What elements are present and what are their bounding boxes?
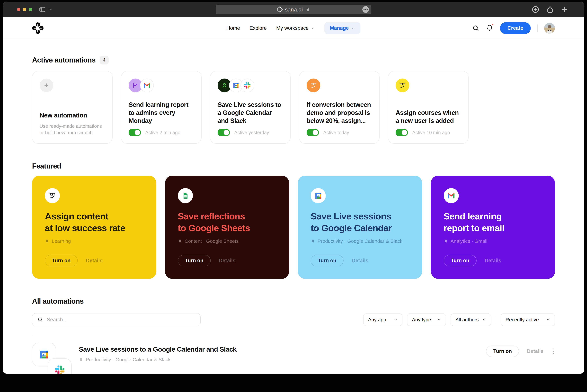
- card-title: Save Live sessions to a Google Calendar …: [218, 100, 283, 125]
- details-button[interactable]: Details: [527, 348, 544, 354]
- card-title: Assign courses when a new user is added: [396, 109, 461, 125]
- browser-window: #sana-clover .ticks{stroke:#4A4A4A} sana…: [2, 2, 584, 374]
- status-label: Active 2 min ago: [145, 130, 180, 135]
- list-item[interactable]: Save Live sessions to a Google Calendar …: [32, 341, 555, 374]
- site-header: Home Explore My workspace Manage: [2, 17, 584, 39]
- status-label: Active today: [323, 130, 349, 135]
- minimize-window-button[interactable]: [23, 8, 26, 11]
- chevron-down-icon: [351, 26, 355, 30]
- gmail-icon: [444, 188, 459, 203]
- featured-card-tag: Analytics · Gmail: [444, 238, 542, 244]
- chevron-down-icon: [394, 318, 398, 322]
- slack-icon: [48, 358, 72, 374]
- toolbar: Any app Any type All authors Recently ac…: [32, 313, 555, 326]
- sort-recently-active[interactable]: Recently active: [500, 314, 555, 326]
- turn-on-button[interactable]: Turn on: [486, 346, 519, 357]
- list-item-tag: Productivity · Google Calendar & Slack: [79, 357, 236, 362]
- featured-card-tag: Content · Google Sheets: [178, 238, 276, 244]
- active-toggle[interactable]: [306, 129, 319, 136]
- featured-card-title: Save reflections to Google Sheets: [178, 210, 276, 234]
- automation-card[interactable]: Assign courses when a new user is added …: [388, 71, 468, 144]
- google-calendar-icon: [311, 188, 326, 203]
- nav-explore[interactable]: Explore: [250, 25, 267, 31]
- search-icon[interactable]: [472, 24, 479, 32]
- share-icon[interactable]: [546, 6, 554, 14]
- site-favicon: #sana-clover .ticks{stroke:#4A4A4A}: [277, 6, 282, 12]
- featured-card-tag: Learning: [45, 238, 144, 244]
- app-tiles: [32, 341, 73, 374]
- notifications-button[interactable]: [486, 24, 494, 32]
- active-toggle[interactable]: [396, 129, 408, 136]
- bookmark-icon: [178, 239, 182, 243]
- browser-chrome: #sana-clover .ticks{stroke:#4A4A4A} sana…: [2, 2, 584, 17]
- url-text: sana.ai: [285, 6, 303, 13]
- search-input[interactable]: [47, 317, 195, 323]
- details-button[interactable]: Details: [352, 258, 368, 264]
- featured-card-assign-content[interactable]: Assign content at low success rate Learn…: [32, 176, 156, 279]
- new-automation-card[interactable]: New automation Use ready-made automation…: [32, 71, 112, 144]
- featured-card-save-live-sessions[interactable]: Save Live sessions to Google Calendar Pr…: [298, 176, 422, 279]
- lock-icon: [305, 7, 310, 12]
- automation-card[interactable]: Save Live sessions to a Google Calendar …: [210, 71, 290, 144]
- divider: [496, 316, 496, 324]
- active-count-badge: 4: [100, 56, 109, 64]
- notification-dot: [492, 24, 494, 26]
- bookmark-icon: [311, 239, 315, 243]
- google-sheets-icon: [178, 188, 193, 203]
- main-nav: Home Explore My workspace Manage: [226, 22, 360, 34]
- search-box[interactable]: [32, 313, 200, 326]
- featured-card-save-reflections[interactable]: Save reflections to Google Sheets Conten…: [165, 176, 289, 279]
- chevron-down-icon: [482, 318, 486, 322]
- search-icon: [37, 317, 43, 323]
- address-bar[interactable]: #sana-clover .ticks{stroke:#4A4A4A} sana…: [216, 4, 371, 14]
- sana-logo[interactable]: [32, 22, 44, 34]
- chevron-down-icon: [546, 318, 550, 322]
- zoom-window-button[interactable]: [29, 8, 32, 11]
- filter-all-authors[interactable]: All authors: [450, 314, 491, 326]
- sidebar-toggle-icon[interactable]: [38, 6, 46, 13]
- bookmark-icon: [444, 239, 448, 243]
- nav-home[interactable]: Home: [226, 25, 240, 31]
- slack-icon: [240, 78, 254, 92]
- nav-manage[interactable]: Manage: [324, 22, 360, 34]
- card-description: Use ready-made automations or build new …: [40, 123, 105, 136]
- page-settings-button[interactable]: [362, 6, 369, 13]
- active-toggle[interactable]: [128, 129, 141, 136]
- featured-card-title: Assign content at low success rate: [45, 210, 144, 234]
- active-toggle[interactable]: [218, 129, 230, 136]
- sidebar-chevron-icon[interactable]: [48, 7, 53, 12]
- downloads-icon[interactable]: [532, 6, 539, 13]
- bookmark-icon: [45, 239, 49, 243]
- assign-presenter-icon: [306, 78, 320, 92]
- list-item-title: Save Live sessions to a Google Calendar …: [79, 346, 236, 353]
- page: Home Explore My workspace Manage: [2, 17, 584, 374]
- turn-on-button[interactable]: Turn on: [178, 255, 211, 266]
- filter-any-app[interactable]: Any app: [363, 314, 402, 326]
- active-automations-row: New automation Use ready-made automation…: [32, 71, 555, 144]
- user-avatar[interactable]: [544, 23, 555, 34]
- details-button[interactable]: Details: [219, 258, 236, 264]
- card-title: If conversion between demo and proposal …: [306, 100, 372, 125]
- status-label: Active yesterday: [234, 130, 269, 135]
- turn-on-button[interactable]: Turn on: [311, 255, 344, 266]
- automation-card[interactable]: If conversion between demo and proposal …: [299, 71, 380, 144]
- automation-card[interactable]: Send learning report to admins every Mon…: [121, 71, 202, 144]
- details-button[interactable]: Details: [86, 258, 102, 264]
- featured-card-tag: Productivity · Google Calendar & Slack: [311, 238, 409, 244]
- bookmark-icon: [79, 358, 83, 362]
- automations-list: Save Live sessions to a Google Calendar …: [32, 335, 555, 374]
- featured-title: Featured: [32, 162, 555, 170]
- turn-on-button[interactable]: Turn on: [444, 255, 476, 266]
- card-title: New automation: [40, 111, 105, 119]
- filter-any-type[interactable]: Any type: [407, 314, 446, 326]
- new-tab-icon[interactable]: [561, 6, 569, 14]
- nav-my-workspace[interactable]: My workspace: [276, 25, 315, 31]
- turn-on-button[interactable]: Turn on: [45, 255, 78, 266]
- active-automations-title: Active automations 4: [32, 56, 555, 64]
- create-button[interactable]: Create: [500, 22, 531, 34]
- assign-presenter-icon: [396, 78, 409, 92]
- featured-card-send-learning-report[interactable]: Send learning report to email Analytics …: [431, 176, 555, 279]
- close-window-button[interactable]: [17, 8, 20, 11]
- details-button[interactable]: Details: [485, 258, 502, 264]
- more-options-icon[interactable]: [551, 347, 555, 355]
